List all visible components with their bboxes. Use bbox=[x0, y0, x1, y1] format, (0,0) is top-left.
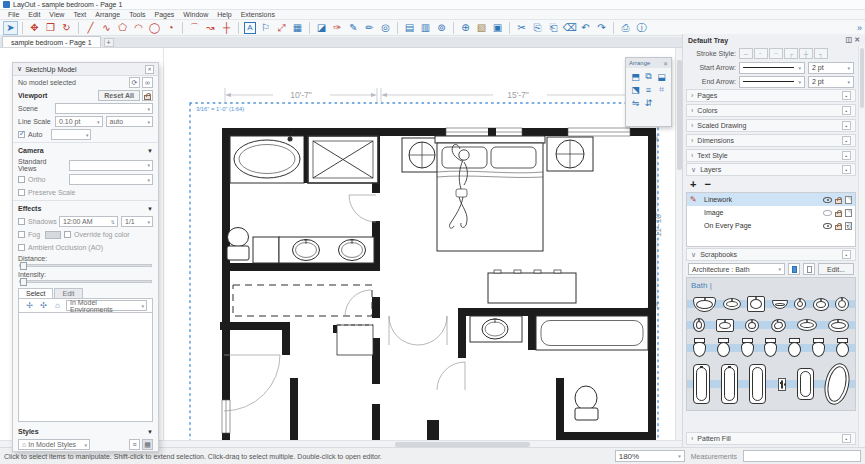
toilet-icon[interactable] bbox=[764, 338, 777, 357]
tray-section[interactable]: › Scaled Drawing ▪ bbox=[686, 119, 856, 132]
sink-icon[interactable] bbox=[828, 319, 849, 332]
sink-icon[interactable] bbox=[716, 319, 734, 332]
style-tool[interactable]: ✑ bbox=[330, 21, 345, 35]
lock-icon[interactable] bbox=[835, 212, 842, 217]
sink-icon[interactable] bbox=[794, 298, 806, 310]
panel-header[interactable]: ∨ SketchUp Model ✕ bbox=[13, 63, 158, 76]
shadows-checkbox[interactable] bbox=[18, 218, 25, 225]
polygon-tool[interactable]: ⬠ bbox=[115, 21, 130, 35]
highlighter-tool[interactable]: ✏ bbox=[362, 21, 377, 35]
sink-icon[interactable] bbox=[835, 297, 849, 311]
curve-tool[interactable]: ↝ bbox=[203, 21, 218, 35]
lock-icon[interactable] bbox=[142, 90, 153, 101]
menu-item[interactable]: Window bbox=[179, 11, 212, 18]
tray-section[interactable]: › Dimensions ▪ bbox=[686, 134, 856, 147]
menu-item[interactable]: View bbox=[45, 11, 68, 18]
tray-section-layers[interactable]: ∨ Layers ▪ bbox=[686, 163, 856, 176]
table-tool[interactable]: ▦ bbox=[290, 21, 305, 35]
split-tool[interactable]: ┼ bbox=[219, 21, 234, 35]
redo-icon[interactable]: ↷ bbox=[594, 21, 609, 35]
layer-row-on-every-page[interactable]: ✎ On Every Page bbox=[687, 219, 855, 232]
eraser-tool[interactable]: ◪ bbox=[314, 21, 329, 35]
paste-icon[interactable]: ⎗ bbox=[546, 21, 561, 35]
selected-bathtub[interactable] bbox=[778, 378, 786, 391]
layer-row-image[interactable]: ✎ Image bbox=[687, 206, 855, 219]
menu-item[interactable]: Tools bbox=[125, 11, 149, 18]
stroke-dash-button[interactable]: ╴ bbox=[754, 48, 768, 59]
pie-tool[interactable]: ◔ bbox=[163, 21, 178, 35]
menu-item[interactable]: Edit bbox=[24, 11, 44, 18]
start-arrow-size-dropdown[interactable]: 2 pt▾ bbox=[808, 62, 854, 74]
sink-icon[interactable] bbox=[693, 318, 705, 332]
sink-icon[interactable] bbox=[813, 298, 829, 311]
tray-section[interactable]: › Text Style ▪ bbox=[686, 149, 856, 162]
sink-icon[interactable] bbox=[693, 297, 716, 312]
label-tool[interactable]: ⚐ bbox=[258, 21, 273, 35]
sink-icon[interactable] bbox=[747, 296, 765, 312]
visibility-eye-off-icon[interactable] bbox=[823, 210, 832, 216]
circle-tool[interactable]: ◯ bbox=[147, 21, 162, 35]
tray-section[interactable]: › Colors ▪ bbox=[686, 104, 856, 117]
shared-page-icon[interactable] bbox=[845, 222, 852, 230]
camera-collapse-icon[interactable]: ▼ bbox=[147, 148, 153, 154]
ao-checkbox[interactable] bbox=[18, 244, 25, 251]
drawing-canvas[interactable]: 10'-7" 15'-7" 11'-10" bbox=[0, 48, 682, 447]
remove-layer-button[interactable]: − bbox=[704, 178, 710, 190]
zoom-level-dropdown[interactable]: 180%▾ bbox=[615, 450, 685, 462]
pen-tool[interactable]: ✎ bbox=[346, 21, 361, 35]
toilet-icon[interactable] bbox=[836, 338, 849, 357]
ortho-scale-dropdown[interactable]: ▾ bbox=[69, 174, 153, 185]
sink-icon[interactable] bbox=[769, 317, 787, 334]
bathtub-icon[interactable] bbox=[797, 368, 814, 400]
standard-views-dropdown[interactable]: ▾ bbox=[69, 160, 153, 171]
text-tool[interactable]: A bbox=[244, 22, 256, 34]
move-tool[interactable]: ✥ bbox=[27, 21, 42, 35]
bathtub-icon[interactable] bbox=[749, 364, 766, 404]
print-icon[interactable]: ⎙ bbox=[618, 21, 633, 35]
styles-collapse-icon[interactable]: ▼ bbox=[147, 429, 153, 435]
separator[interactable] bbox=[397, 22, 398, 34]
sink-icon[interactable] bbox=[745, 319, 759, 332]
rotate-tool[interactable]: ↻ bbox=[59, 21, 74, 35]
effects-collapse-icon[interactable]: ▼ bbox=[147, 206, 153, 212]
lock-icon[interactable] bbox=[835, 225, 842, 230]
arc-tool[interactable]: ◠ bbox=[131, 21, 146, 35]
page-icon[interactable] bbox=[845, 209, 852, 217]
close-icon[interactable]: ✕ bbox=[145, 65, 154, 74]
select-tool[interactable]: ➤ bbox=[3, 21, 18, 35]
cut-icon[interactable]: ✂ bbox=[514, 21, 529, 35]
page-icon[interactable] bbox=[845, 196, 852, 204]
fog-checkbox[interactable] bbox=[18, 231, 25, 238]
save-icon[interactable]: ▣ bbox=[490, 21, 505, 35]
shadow-time-spinner[interactable]: 12:00 AM⇅ bbox=[59, 216, 118, 227]
line-tool[interactable]: ╱ bbox=[83, 21, 98, 35]
corner-round-button[interactable]: ┼ bbox=[799, 48, 813, 59]
two-point-arc-tool[interactable]: ⌒ bbox=[187, 21, 202, 35]
line-scale-dropdown[interactable]: 0.10 pt▾ bbox=[55, 116, 103, 127]
environment-add-icon[interactable]: ✣ bbox=[38, 300, 49, 311]
layer-row-linework[interactable]: ✎ Linework bbox=[687, 193, 855, 206]
copy-icon[interactable]: ⎘ bbox=[530, 21, 545, 35]
send-to-back-icon[interactable]: ⬔ bbox=[629, 83, 642, 96]
add-page-tab-button[interactable]: + bbox=[104, 38, 114, 47]
end-arrow-size-dropdown[interactable]: 2 pt▾ bbox=[808, 76, 854, 88]
tray-section[interactable]: › Pages ▪ bbox=[686, 89, 856, 102]
menu-item[interactable]: File bbox=[4, 11, 23, 18]
separator[interactable] bbox=[182, 22, 183, 34]
bathtub-icon[interactable] bbox=[721, 364, 738, 404]
tray-scrollbar[interactable] bbox=[858, 46, 865, 447]
scrapbook-library-dropdown[interactable]: Architecture : Bath▾ bbox=[688, 263, 785, 275]
scrapbook-page-filled-icon[interactable] bbox=[788, 263, 800, 275]
scrapbook-page-icon[interactable] bbox=[803, 263, 815, 275]
ortho-checkbox[interactable] bbox=[18, 176, 25, 183]
dimension-tool[interactable]: ⤢ bbox=[274, 21, 289, 35]
auto-checkbox[interactable] bbox=[18, 131, 25, 138]
tab-sample-bedroom[interactable]: sample bedroom - Page 1 bbox=[2, 36, 101, 47]
sink-icon[interactable] bbox=[723, 298, 741, 310]
grid-view-icon[interactable]: ▦ bbox=[142, 439, 153, 450]
close-icon[interactable]: ▪ bbox=[842, 121, 851, 130]
tab-select[interactable]: Select bbox=[18, 288, 53, 298]
separator[interactable] bbox=[238, 22, 239, 34]
account-icon[interactable]: ⊚ bbox=[434, 21, 449, 35]
stroke-pattern-button[interactable]: ┄ bbox=[769, 48, 783, 59]
